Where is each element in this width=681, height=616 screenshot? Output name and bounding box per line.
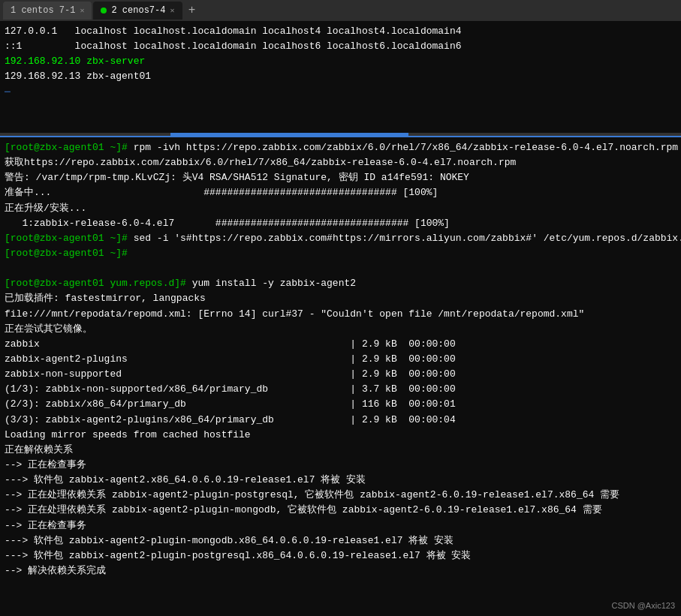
yum-line-5: 正在升级/安装... xyxy=(5,201,676,216)
yum-line-20: Loading mirror speeds from cached hostfi… xyxy=(5,428,676,443)
yum-line-23: ---> 软件包 zabbix-agent2.x86_64.0.6.0.19-r… xyxy=(5,473,676,488)
yum-line-4: 准备中... #################################… xyxy=(5,185,676,200)
yum-line-8: [root@zbx-agent01 ~]# xyxy=(5,246,676,261)
terminal-container: 127.0.0.1 localhost localhost.localdomai… xyxy=(0,21,681,616)
hosts-line-4: 129.168.92.13 zbx-agent01 xyxy=(5,69,676,84)
yum-line-9 xyxy=(5,261,676,276)
tab-bar: 1 centos 7-1 ✕ 2 cenos7-4 ✕ + xyxy=(0,0,681,21)
yum-line-14: zabbix | 2.9 kB 00:00:00 xyxy=(5,337,676,352)
tab-centos7-1[interactable]: 1 centos 7-1 ✕ xyxy=(3,2,92,20)
yum-line-28: ---> 软件包 zabbix-agent2-plugin-postgresql… xyxy=(5,548,676,563)
watermark: CSDN @Axic123 xyxy=(611,601,675,610)
yum-line-11: 已加载插件: fastestmirror, langpacks xyxy=(5,291,676,306)
hosts-line-3: 192.168.92.10 zbx-server xyxy=(5,54,676,69)
scrollbar-thumb xyxy=(170,133,408,136)
yum-line-10: [root@zbx-agent01 yum.repos.d]# yum inst… xyxy=(5,276,676,291)
yum-line-19: (3/3): zabbix-agent2-plugins/x86_64/prim… xyxy=(5,413,676,428)
yum-line-29: --> 解决依赖关系完成 xyxy=(5,563,676,578)
yum-line-1: [root@zbx-agent01 ~]# rpm -ivh https://r… xyxy=(5,140,676,155)
yum-line-2: 获取https://repo.zabbix.com/zabbix/6.0/rhe… xyxy=(5,155,676,170)
horizontal-scrollbar[interactable] xyxy=(0,133,681,136)
new-tab-button[interactable]: + xyxy=(184,2,200,19)
hosts-line-1: 127.0.0.1 localhost localhost.localdomai… xyxy=(5,24,676,39)
pane-hosts: 127.0.0.1 localhost localhost.localdomai… xyxy=(0,21,681,137)
hosts-line-5: ─ xyxy=(5,85,676,100)
yum-line-27: ---> 软件包 zabbix-agent2-plugin-mongodb.x8… xyxy=(5,533,676,548)
tab2-dot xyxy=(101,8,107,14)
tab2-close[interactable]: ✕ xyxy=(170,6,174,15)
yum-line-18: (2/3): zabbix/x86_64/primary_db | 116 kB… xyxy=(5,397,676,412)
tab2-label: 2 cenos7-4 xyxy=(111,5,165,16)
yum-line-26: --> 正在检查事务 xyxy=(5,518,676,533)
yum-line-21: 正在解依赖关系 xyxy=(5,443,676,458)
yum-line-6: 1:zabbix-release-6.0-4.el7 #############… xyxy=(5,216,676,231)
yum-line-15: zabbix-agent2-plugins | 2.9 kB 00:00:00 xyxy=(5,352,676,367)
tab-cenos7-4[interactable]: 2 cenos7-4 ✕ xyxy=(93,2,182,20)
yum-line-16: zabbix-non-supported | 2.9 kB 00:00:00 xyxy=(5,367,676,382)
yum-line-22: --> 正在检查事务 xyxy=(5,458,676,473)
yum-line-25: --> 正在处理依赖关系 zabbix-agent2-plugin-mongod… xyxy=(5,503,676,518)
yum-line-13: 正在尝试其它镜像。 xyxy=(5,322,676,337)
tab1-label: 1 centos 7-1 xyxy=(11,5,75,16)
tab1-close[interactable]: ✕ xyxy=(80,6,84,15)
yum-line-3: 警告: /var/tmp/rpm-tmp.KLvCZj: 头V4 RSA/SHA… xyxy=(5,170,676,185)
yum-line-12: file:///mnt/repodata/repomd.xml: [Errno … xyxy=(5,307,676,322)
hosts-line-2: ::1 localhost localhost.localdomain loca… xyxy=(5,39,676,54)
yum-line-17: (1/3): zabbix-non-supported/x86_64/prima… xyxy=(5,382,676,397)
pane-yum: [root@zbx-agent01 ~]# rpm -ivh https://r… xyxy=(0,137,681,616)
yum-line-24: --> 正在处理依赖关系 zabbix-agent2-plugin-postgr… xyxy=(5,488,676,503)
yum-line-7: [root@zbx-agent01 ~]# sed -i 's#https://… xyxy=(5,231,676,246)
